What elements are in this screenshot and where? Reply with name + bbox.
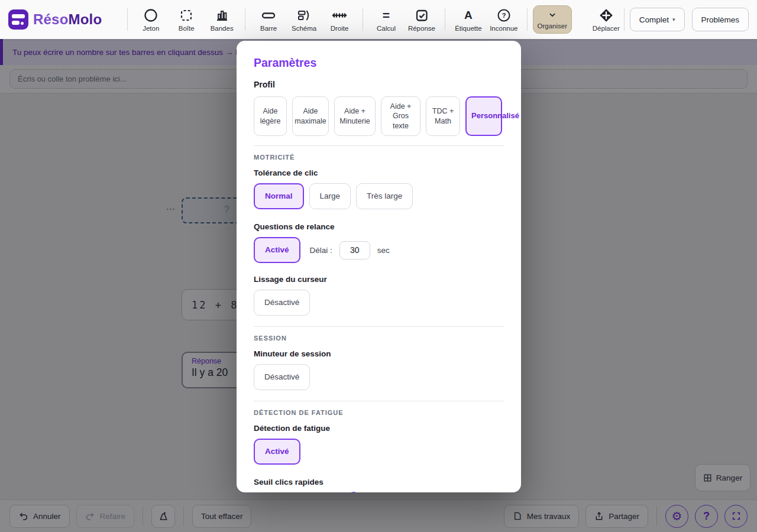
slider-thumb[interactable] [348,492,359,492]
toolbar-divider [127,8,128,31]
tool-deplacer[interactable]: Déplacer [588,8,624,32]
lissage-toggle[interactable]: Désactivé [254,290,310,316]
profile-aide-maximale[interactable]: Aide maximale [292,96,329,136]
tool-jeton[interactable]: Jeton [133,8,169,32]
checkbox-check-icon [415,8,429,23]
toolbar-divider [363,8,363,31]
fatigue-row: Activé [254,439,504,465]
tolerance-tres-large[interactable]: Très large [356,183,413,209]
fatigue-label: Détection de fatigue [254,424,504,433]
profile-tdc-math[interactable]: TDC + Math [426,96,460,136]
tool-organiser[interactable]: Organiser [533,5,572,34]
tool-droite[interactable]: Droite [322,8,357,32]
logo-icon [8,9,28,30]
profile-aide-minuterie[interactable]: Aide + Minuterie [334,96,376,136]
tool-boite[interactable]: Boîte [169,8,204,32]
tolerance-normal[interactable]: Normal [254,183,304,209]
letter-a-icon: A [464,8,473,23]
fatigue-toggle[interactable]: Activé [254,439,300,465]
relance-label: Questions de relance [254,222,504,231]
lissage-row: Désactivé [254,290,504,316]
minuteur-toggle[interactable]: Désactivé [254,364,310,390]
move-icon [599,8,614,23]
question-circle-icon: ? [497,8,511,23]
tool-schema[interactable]: Schéma [286,8,322,32]
motricite-section-label: MOTRICITÉ [254,154,504,161]
mode-dropdown[interactable]: Complet ▾ [630,8,685,31]
delai-unit: sec [377,246,390,255]
session-section-label: SESSION [254,335,504,342]
profile-aide-gros-texte[interactable]: Aide + Gros texte [381,96,420,136]
profile-personnalise[interactable]: Personnalisé [465,96,502,136]
relance-row: Activé Délai : sec [254,237,504,263]
tolerance-large[interactable]: Large [309,183,351,209]
seuil-label: Seuil clics rapides [254,478,504,486]
dashed-box-icon [179,8,193,23]
number-line-icon [332,8,347,23]
top-toolbar: RésoMolo Jeton Boîte Bandes Barre Schéma… [0,0,757,39]
lissage-label: Lissage du curseur [254,275,504,284]
section-divider [254,401,504,401]
tool-calcul[interactable]: = Calcul [368,8,404,32]
profile-options: Aide légère Aide maximale Aide + Minuter… [254,96,504,136]
schema-icon [297,8,311,23]
bar-chart-icon [215,8,229,23]
relance-toggle[interactable]: Activé [254,237,300,263]
fatigue-section-label: DÉTECTION DE FATIGUE [254,409,504,416]
toolbar-divider [624,8,625,31]
settings-modal: Paramètres Profil Aide légère Aide maxim… [237,41,521,492]
app-logo: RésoMolo [8,9,102,30]
delai-input[interactable] [339,241,370,259]
tool-barre[interactable]: Barre [251,8,286,32]
section-divider [254,145,504,146]
minuteur-label: Minuteur de session [254,349,504,358]
profil-label: Profil [254,80,504,89]
toolbar-divider [527,8,528,31]
modal-title: Paramètres [254,56,504,70]
app-title: RésoMolo [33,11,102,28]
problems-button[interactable]: Problèmes [692,8,749,31]
tool-bandes[interactable]: Bandes [204,8,240,32]
toolbar-divider [245,8,245,31]
svg-text:?: ? [502,12,506,19]
section-divider [254,326,504,327]
profile-aide-legere[interactable]: Aide légère [254,96,287,136]
tool-inconnue[interactable]: ? Inconnue [486,8,522,32]
toolbar-divider [445,8,445,31]
caret-down-icon: ▾ [672,17,675,22]
bar-pill-icon [261,8,276,23]
minuteur-row: Désactivé [254,364,504,390]
tolerance-options: Normal Large Très large [254,183,504,209]
tolerance-label: Tolérance de clic [254,168,504,177]
token-circle-icon [144,8,158,23]
chevron-down-icon [547,9,558,21]
delai-label: Délai : [310,246,332,255]
equals-icon: = [383,8,390,23]
tool-reponse[interactable]: Réponse [404,8,439,32]
tool-etiquette[interactable]: A Étiquette [451,8,486,32]
